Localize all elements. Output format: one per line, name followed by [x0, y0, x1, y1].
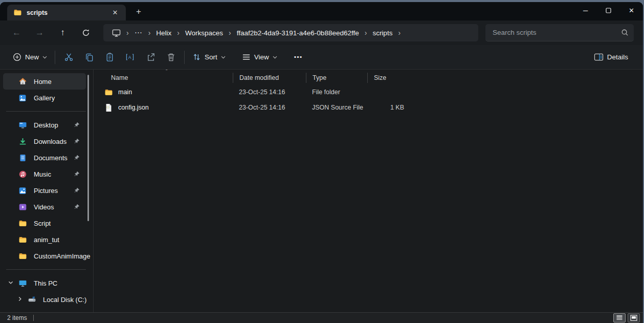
minimize-button[interactable]: ─	[574, 2, 597, 18]
search-icon	[621, 29, 629, 36]
svg-text:{ }: { }	[107, 105, 109, 109]
item-count: 2 items	[7, 314, 27, 321]
this-pc-icon	[18, 279, 27, 288]
forward-button[interactable]: →	[28, 24, 51, 42]
pictures-icon	[18, 186, 27, 195]
sidebar-item-documents[interactable]: Documents	[3, 149, 86, 166]
toolbar-divider	[55, 51, 55, 64]
breadcrumb-item-workspaces[interactable]: Workspaces	[181, 26, 228, 39]
navigation-bar: ← → ↑ › ⋯ › Helix › Workspaces › ffaaf2b…	[0, 20, 643, 45]
breadcrumb-overflow[interactable]: ⋯	[130, 26, 147, 39]
downloads-icon	[18, 137, 27, 146]
more-options-button[interactable]: ⋯	[288, 49, 308, 66]
chevron-down-icon	[273, 56, 277, 59]
trash-icon	[166, 52, 176, 62]
sidebar-item-desktop[interactable]: Desktop	[3, 117, 86, 133]
sidebar-scrollbar[interactable]	[87, 75, 89, 221]
sidebar-item-downloads[interactable]: Downloads	[3, 133, 86, 149]
sort-button[interactable]: Sort	[188, 49, 230, 66]
list-header-row: ˆ Name Date modified Type Size	[100, 71, 643, 84]
tab-close-button[interactable]: ✕	[109, 7, 121, 18]
thumbnail-view-toggle[interactable]	[628, 313, 640, 322]
sidebar-item-music[interactable]: Music	[3, 166, 86, 182]
chevron-down-icon[interactable]	[7, 279, 14, 286]
sidebar-item-gallery[interactable]: Gallery	[3, 90, 86, 106]
ellipsis-icon: ⋯	[135, 28, 143, 37]
svg-text:A: A	[128, 55, 131, 60]
chevron-down-icon	[42, 56, 47, 59]
sidebar: Home Gallery Desktop Downloads Documents	[0, 70, 94, 312]
sidebar-item-customanimimage[interactable]: CustomAnimImage	[3, 248, 86, 264]
chevron-down-icon	[221, 56, 226, 59]
breadcrumb-item-helix[interactable]: Helix	[151, 26, 176, 39]
share-button[interactable]	[140, 49, 161, 66]
chevron-right-icon: ›	[364, 29, 368, 37]
file-name: main	[118, 89, 132, 96]
search-input[interactable]	[493, 29, 621, 36]
rename-icon: A	[125, 52, 135, 62]
pin-icon	[74, 187, 80, 193]
file-row-config-json[interactable]: { } config.json 23-Oct-25 14:16 JSON Sou…	[100, 100, 643, 115]
chevron-right-icon: ›	[397, 29, 402, 37]
view-toggles	[613, 313, 640, 322]
explorer-tab[interactable]: scripts ✕	[7, 5, 126, 20]
folder-icon	[18, 235, 27, 244]
delete-button[interactable]	[161, 49, 181, 66]
column-header-type[interactable]: Type	[306, 73, 367, 83]
maximize-button[interactable]	[597, 2, 620, 18]
breadcrumb-root[interactable]	[107, 26, 125, 39]
back-button[interactable]: ←	[5, 24, 28, 42]
new-tab-button[interactable]: +	[131, 5, 146, 19]
file-row-main[interactable]: main 23-Oct-25 14:16 File folder	[100, 85, 643, 99]
sidebar-divider	[6, 269, 86, 270]
copy-button[interactable]	[79, 49, 99, 66]
sidebar-item-this-pc[interactable]: This PC	[3, 275, 86, 291]
command-toolbar: New A Sort View	[0, 45, 643, 70]
share-icon	[146, 52, 156, 62]
chevron-right-icon: ›	[125, 29, 130, 37]
desktop-monitor-icon	[112, 29, 121, 37]
up-button[interactable]: ↑	[51, 24, 74, 42]
details-pane-button[interactable]: Details	[589, 49, 633, 66]
sidebar-item-videos[interactable]: Videos	[3, 199, 86, 215]
details-view-icon	[616, 315, 623, 321]
local-disk-icon	[28, 295, 36, 304]
desktop-icon	[18, 121, 27, 130]
sidebar-item-script[interactable]: Script	[3, 215, 86, 231]
chevron-right-icon: ›	[147, 29, 152, 37]
videos-icon	[18, 203, 27, 211]
breadcrumb-item-scripts[interactable]: scripts	[368, 26, 397, 39]
details-view-toggle[interactable]	[613, 313, 626, 322]
sidebar-item-local-disk-c[interactable]: Local Disk (C:)	[3, 291, 86, 308]
pin-icon	[74, 155, 80, 161]
pin-icon	[74, 122, 80, 128]
file-size: 1 KB	[367, 104, 409, 111]
file-list: ˆ Name Date modified Type Size main 23-O…	[94, 70, 643, 312]
close-button[interactable]: ✕	[620, 2, 643, 18]
breadcrumb-item-guid[interactable]: ffaaf2b2-4da9-3191-a4e6-0b88eed62ffe	[232, 26, 364, 39]
cut-button[interactable]	[58, 49, 79, 66]
pin-icon	[74, 204, 80, 210]
sidebar-item-anim-tut[interactable]: anim_tut	[3, 231, 86, 248]
maximize-icon	[606, 8, 611, 13]
rename-button[interactable]: A	[120, 49, 140, 66]
chevron-right-icon: ›	[228, 29, 232, 37]
status-divider	[33, 315, 34, 321]
chevron-right-icon[interactable]	[16, 296, 24, 302]
new-button[interactable]: New	[8, 49, 52, 66]
folder-icon	[18, 252, 27, 261]
folder-icon	[104, 88, 113, 97]
file-type: JSON Source File	[306, 104, 367, 111]
sidebar-item-home[interactable]: Home	[3, 73, 86, 90]
column-header-date-modified[interactable]: Date modified	[233, 73, 306, 83]
plus-circle-icon	[13, 53, 21, 61]
column-header-size[interactable]: Size	[367, 73, 409, 83]
cut-icon	[64, 52, 74, 62]
paste-button[interactable]	[99, 49, 120, 66]
refresh-button[interactable]	[74, 24, 97, 42]
view-button[interactable]: View	[237, 49, 282, 66]
status-bar: 2 items	[0, 312, 643, 323]
sidebar-item-pictures[interactable]: Pictures	[3, 182, 86, 199]
paste-icon	[105, 52, 115, 62]
file-name: config.json	[118, 104, 149, 111]
